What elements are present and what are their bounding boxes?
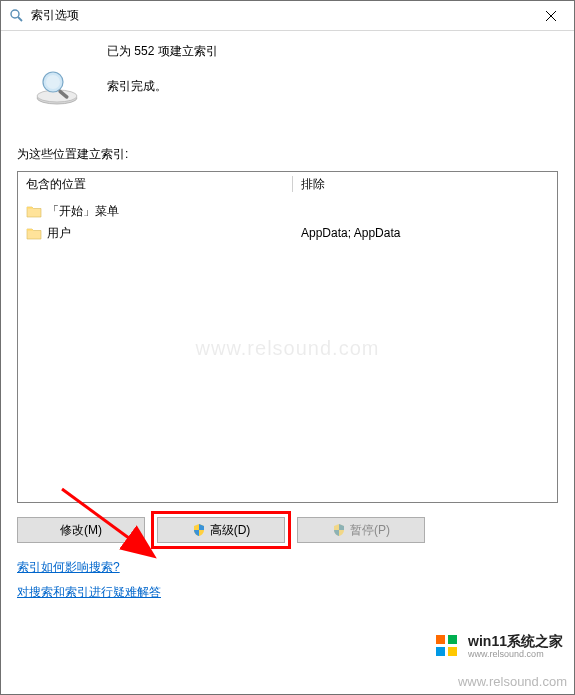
status-row-1: 已为 552 项建立索引 — [17, 43, 558, 60]
locations-section-label: 为这些位置建立索引: — [17, 146, 558, 163]
included-list: 「开始」菜单 用户 — [18, 196, 293, 502]
folder-icon — [26, 203, 42, 219]
exclude-item: AppData; AppData — [293, 222, 557, 244]
list-item-label: 用户 — [47, 225, 71, 242]
site-logo-block: win11系统之家 www.relsound.com — [428, 629, 569, 663]
exclude-item-label: AppData; AppData — [301, 226, 400, 240]
svg-rect-14 — [448, 647, 457, 656]
folder-icon — [26, 225, 42, 241]
shield-icon — [332, 523, 346, 537]
svg-line-1 — [18, 17, 22, 21]
close-button[interactable] — [528, 1, 574, 31]
excluded-column-header[interactable]: 排除 — [293, 172, 557, 196]
help-link-troubleshoot[interactable]: 对搜索和索引进行疑难解答 — [17, 584, 161, 601]
pause-button: 暂停(P) — [297, 517, 425, 543]
button-label: 修改(M) — [60, 522, 102, 539]
titlebar: 索引选项 — [1, 1, 574, 31]
index-complete-text: 索引完成。 — [107, 78, 167, 95]
list-body: 「开始」菜单 用户 App — [18, 196, 557, 502]
locations-listbox: 包含的位置 排除 「开始」菜单 — [17, 171, 558, 503]
included-column-header[interactable]: 包含的位置 — [18, 172, 292, 196]
content-area: 已为 552 项建立索引 索引完成。 为这些位置建立索引: 包含的位置 排除 — [1, 31, 574, 694]
button-label: 暂停(P) — [350, 522, 390, 539]
magnifier-icon — [33, 66, 81, 106]
list-item[interactable]: 「开始」菜单 — [18, 200, 293, 222]
window-icon — [9, 8, 25, 24]
exclude-item — [293, 200, 557, 222]
svg-point-0 — [11, 10, 19, 18]
svg-rect-13 — [436, 647, 445, 656]
advanced-button[interactable]: 高级(D) — [157, 517, 285, 543]
svg-rect-11 — [436, 635, 445, 644]
help-link-search[interactable]: 索引如何影响搜索? — [17, 559, 120, 576]
svg-rect-12 — [448, 635, 457, 644]
indexing-options-window: 索引选项 已为 552 项建立索引 索引完成。 — [0, 0, 575, 695]
excluded-list: AppData; AppData — [293, 196, 557, 502]
status-row-2: 索引完成。 — [17, 66, 558, 106]
modify-button[interactable]: 修改(M) — [17, 517, 145, 543]
list-item-label: 「开始」菜单 — [47, 203, 119, 220]
indexed-count-text: 已为 552 项建立索引 — [107, 43, 218, 60]
window-title: 索引选项 — [31, 7, 528, 24]
list-item[interactable]: 用户 — [18, 222, 293, 244]
shield-icon — [192, 523, 206, 537]
column-headers: 包含的位置 排除 — [18, 172, 557, 196]
button-label: 高级(D) — [210, 522, 251, 539]
svg-point-7 — [46, 75, 60, 89]
site-logo-icon — [434, 633, 460, 659]
button-row: 修改(M) 高级(D) — [17, 517, 558, 543]
watermark-bottom: www.relsound.com — [458, 674, 567, 689]
